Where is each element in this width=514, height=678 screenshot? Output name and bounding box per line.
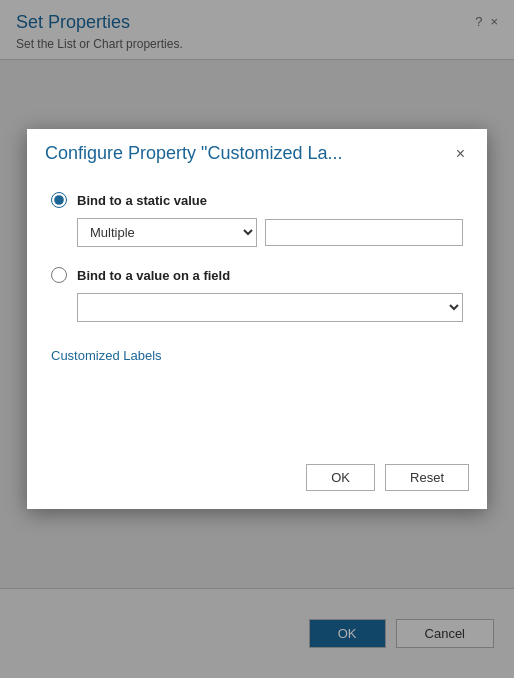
static-value-controls: Multiple Single None — [77, 218, 463, 247]
modal-footer: OK Reset — [27, 452, 487, 509]
modal-header: Configure Property "Customized La... × — [27, 129, 487, 174]
static-value-radio-row: Bind to a static value — [51, 192, 463, 208]
modal-overlay: Configure Property "Customized La... × B… — [0, 0, 514, 678]
modal-title: Configure Property "Customized La... — [45, 143, 343, 164]
field-value-label: Bind to a value on a field — [77, 268, 230, 283]
modal-body: Bind to a static value Multiple Single N… — [27, 174, 487, 452]
static-value-section: Bind to a static value Multiple Single N… — [51, 192, 463, 247]
multiple-select[interactable]: Multiple Single None — [77, 218, 257, 247]
modal-close-button[interactable]: × — [452, 144, 469, 164]
ok-button[interactable]: OK — [306, 464, 375, 491]
static-value-radio[interactable] — [51, 192, 67, 208]
field-value-section: Bind to a value on a field — [51, 267, 463, 322]
field-value-radio-row: Bind to a value on a field — [51, 267, 463, 283]
field-value-controls — [77, 293, 463, 322]
reset-button[interactable]: Reset — [385, 464, 469, 491]
configure-property-modal: Configure Property "Customized La... × B… — [27, 129, 487, 509]
static-value-text-input[interactable] — [265, 219, 463, 246]
customized-labels-link[interactable]: Customized Labels — [51, 348, 162, 363]
field-select[interactable] — [77, 293, 463, 322]
static-value-label: Bind to a static value — [77, 193, 207, 208]
field-value-radio[interactable] — [51, 267, 67, 283]
